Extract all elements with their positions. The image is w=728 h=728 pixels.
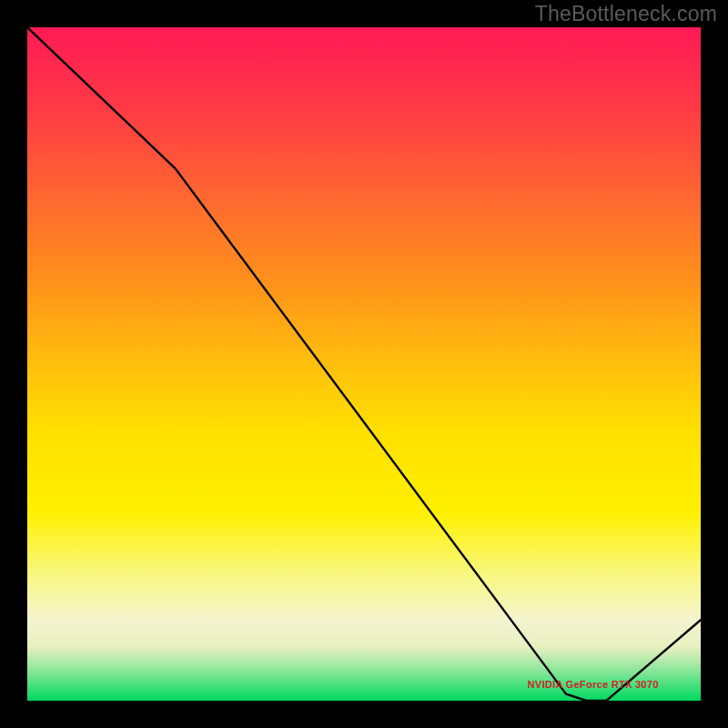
plot-area: NVIDIA GeForce RTX 3070 <box>27 27 701 701</box>
watermark-text: TheBottleneck.com <box>535 2 717 26</box>
chart-svg <box>27 27 701 701</box>
valley-label: NVIDIA GeForce RTX 3070 <box>528 679 659 690</box>
bottleneck-curve <box>27 27 701 701</box>
